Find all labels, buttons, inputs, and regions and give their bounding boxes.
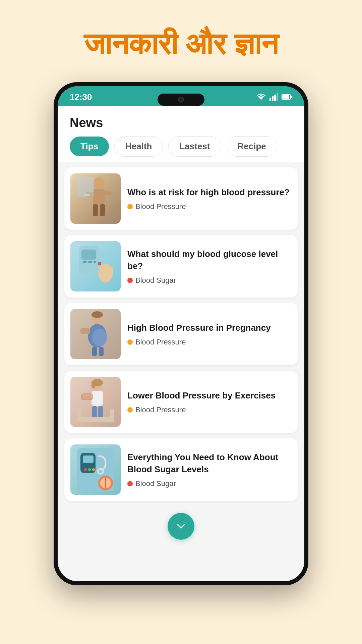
- tag-label-5: Blood Sugar: [135, 479, 176, 488]
- article-tag-2: Blood Sugar: [127, 276, 292, 285]
- article-image-5: [70, 444, 121, 495]
- filter-tabs: Tips Health Lastest Recipe: [70, 136, 292, 157]
- svg-rect-48: [83, 455, 94, 463]
- article-image-1: [70, 173, 121, 224]
- tag-dot-1: [127, 204, 133, 209]
- svg-rect-20: [94, 261, 96, 263]
- article-tag-5: Blood Sugar: [127, 479, 292, 488]
- article-title-5: Everything You Need to Know About Blood …: [127, 451, 292, 476]
- article-info-3: High Blood Pressure in Pregnancy Blood P…: [127, 322, 292, 346]
- svg-rect-15: [77, 177, 94, 197]
- article-tag-1: Blood Pressure: [127, 202, 292, 211]
- article-card-2[interactable]: What should my blood glucose level be? B…: [64, 235, 298, 298]
- article-info-5: Everything You Need to Know About Blood …: [127, 451, 292, 488]
- svg-rect-9: [93, 189, 105, 204]
- app-header: News Tips Health Lastest Recipe: [58, 106, 304, 162]
- fab-scroll-button[interactable]: [168, 513, 194, 540]
- article-img-pregnancy: [75, 311, 116, 358]
- tag-dot-2: [127, 278, 133, 283]
- articles-list: Who is at risk for high blood pressure? …: [58, 162, 304, 506]
- svg-rect-31: [92, 347, 97, 356]
- svg-point-51: [92, 468, 95, 471]
- article-image-4: [70, 377, 121, 427]
- svg-rect-45: [110, 409, 114, 422]
- page-background-title: जानकारी और ज्ञान: [84, 27, 278, 62]
- battery-icon: [282, 94, 292, 100]
- article-card-5[interactable]: Everything You Need to Know About Blood …: [64, 438, 298, 501]
- svg-rect-43: [77, 417, 114, 422]
- svg-rect-44: [77, 409, 81, 422]
- svg-point-8: [93, 177, 105, 190]
- svg-rect-37: [81, 394, 93, 400]
- article-img-person-1: [75, 175, 116, 222]
- article-info-4: Lower Blood Pressure by Exercises Blood …: [127, 389, 292, 414]
- article-card-4[interactable]: Lower Blood Pressure by Exercises Blood …: [64, 371, 298, 433]
- article-image-3: [70, 309, 121, 359]
- signal-icon: [269, 93, 278, 101]
- tag-label-3: Blood Pressure: [135, 338, 186, 346]
- article-tag-3: Blood Pressure: [127, 338, 292, 346]
- svg-rect-42: [92, 382, 95, 388]
- article-card-3[interactable]: High Blood Pressure in Pregnancy Blood P…: [64, 303, 298, 365]
- svg-marker-0: [258, 97, 264, 100]
- phone-screen: 12:30: [58, 86, 304, 581]
- svg-point-50: [88, 468, 91, 471]
- status-time: 12:30: [70, 92, 92, 102]
- article-title-3: High Blood Pressure in Pregnancy: [127, 322, 292, 334]
- article-title-2: What should my blood glucose level be?: [127, 248, 292, 272]
- camera-notch: [158, 94, 204, 106]
- tag-dot-3: [127, 339, 133, 345]
- article-title-4: Lower Blood Pressure by Exercises: [127, 389, 292, 401]
- tab-recipe[interactable]: Recipe: [227, 136, 277, 157]
- article-info-2: What should my blood glucose level be? B…: [127, 248, 292, 285]
- phone-frame: 12:30: [54, 82, 308, 585]
- svg-rect-2: [272, 96, 274, 101]
- article-img-exercise: [75, 378, 116, 425]
- svg-rect-32: [99, 347, 104, 356]
- status-bar: 12:30: [58, 86, 304, 106]
- svg-rect-3: [274, 95, 276, 101]
- article-tag-4: Blood Pressure: [127, 406, 292, 414]
- svg-rect-35: [92, 391, 103, 406]
- article-info-1: Who is at risk for high blood pressure? …: [127, 186, 292, 211]
- article-img-sugar: [75, 446, 116, 493]
- article-image-2: [70, 241, 121, 291]
- svg-rect-1: [269, 98, 271, 101]
- tab-lastest[interactable]: Lastest: [168, 136, 221, 157]
- tag-label-4: Blood Pressure: [135, 406, 186, 414]
- wifi-icon: [256, 93, 266, 101]
- svg-rect-23: [107, 266, 110, 275]
- article-card-1[interactable]: Who is at risk for high blood pressure? …: [64, 167, 298, 230]
- svg-rect-18: [83, 261, 87, 263]
- svg-point-25: [98, 262, 101, 265]
- svg-rect-30: [80, 328, 90, 334]
- svg-rect-13: [93, 204, 98, 216]
- app-header-title: News: [70, 116, 292, 130]
- article-img-glucose: [75, 243, 116, 290]
- svg-rect-14: [100, 204, 105, 216]
- camera-dot: [178, 97, 184, 103]
- chevron-down-icon: [175, 520, 187, 532]
- tag-dot-4: [127, 407, 133, 413]
- tag-label-2: Blood Sugar: [135, 276, 176, 285]
- svg-rect-17: [81, 250, 96, 260]
- svg-rect-38: [103, 393, 110, 397]
- bottom-fab-area: [58, 506, 304, 546]
- svg-rect-12: [105, 191, 112, 195]
- svg-rect-7: [291, 96, 292, 98]
- tag-label-1: Blood Pressure: [135, 202, 186, 211]
- status-icons: [256, 93, 292, 101]
- svg-point-28: [92, 329, 107, 346]
- tag-dot-5: [127, 481, 133, 486]
- svg-rect-24: [110, 267, 113, 275]
- tab-health[interactable]: Health: [114, 136, 163, 157]
- tab-tips[interactable]: Tips: [70, 137, 109, 156]
- article-title-1: Who is at risk for high blood pressure?: [127, 186, 292, 198]
- svg-rect-22: [102, 265, 106, 275]
- svg-rect-6: [282, 95, 289, 99]
- svg-point-33: [92, 311, 103, 318]
- svg-point-49: [84, 468, 87, 471]
- svg-rect-4: [277, 93, 278, 101]
- svg-rect-19: [88, 261, 92, 263]
